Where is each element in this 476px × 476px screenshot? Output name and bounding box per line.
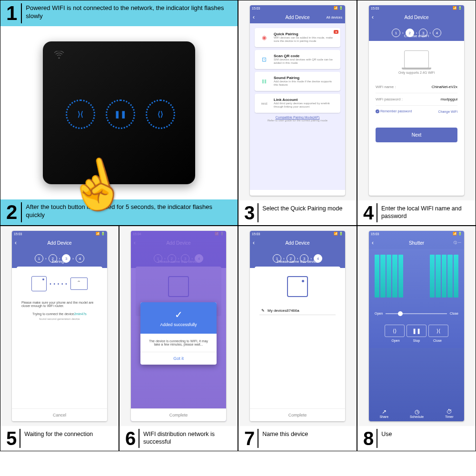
shutter-title: Shutter xyxy=(409,240,424,246)
pencil-icon: ✎ xyxy=(261,308,265,313)
share-button[interactable]: ↗Share xyxy=(379,408,388,418)
open-button[interactable]: ⟨⟩ xyxy=(385,325,405,337)
step-number-5: 5 xyxy=(6,429,17,448)
compatible-mode-link[interactable]: Compatible Pairing Mode(AP) xyxy=(255,116,340,119)
step6-text: WIFI distribution network is successful xyxy=(143,429,232,446)
next-button[interactable]: Next xyxy=(376,128,457,142)
connecting-dots-icon: • • • • • xyxy=(50,281,68,287)
pairing-label: Pairing... xyxy=(12,259,107,267)
position-slider[interactable] xyxy=(386,313,447,314)
stop-button[interactable]: ❚❚ xyxy=(407,325,426,337)
open-touch-button[interactable]: ⟨⟩ xyxy=(146,99,172,126)
remember-checkbox[interactable]: ✓ Remember password xyxy=(376,109,412,113)
info-icon[interactable]: ⓘ ⋯ xyxy=(454,240,461,245)
appbar-title: Add Device xyxy=(285,15,309,20)
change-wifi-link[interactable]: Change WiFi xyxy=(438,110,457,113)
clock-icon: ◷ xyxy=(410,408,424,415)
step8-text: Use xyxy=(381,429,392,438)
wifi-password-field[interactable]: WiFi password : mudpggui xyxy=(376,93,457,106)
step3-text: Select the Quick Pairing mode xyxy=(262,203,342,212)
back-icon[interactable]: ‹ xyxy=(372,239,374,246)
qr-icon: ⊡ xyxy=(258,54,270,65)
pairing-note: Please make sure your phone and the mode… xyxy=(21,301,98,307)
back-icon[interactable]: ‹ xyxy=(253,239,255,246)
sound-icon: ⦀⦀ xyxy=(258,76,270,87)
step-number-7: 7 xyxy=(244,429,255,448)
back-icon[interactable]: ‹ xyxy=(253,14,255,20)
step1-banner: 1 Powered WIFI is not connected to the n… xyxy=(0,0,238,26)
device-name-input[interactable]: ✎ My devices87466a xyxy=(259,307,336,315)
router-icon xyxy=(404,50,429,68)
found-device-text: found second generation device xyxy=(21,317,98,320)
share-icon: ↗ xyxy=(379,408,388,415)
choose-wifi-label: Choose a WiFi xyxy=(369,34,464,41)
curtain-illustration xyxy=(375,255,458,302)
device-icon xyxy=(31,276,47,291)
wifi-icon xyxy=(54,51,64,61)
camera-icon: ◉ xyxy=(258,32,270,43)
phone-screenshot-success: 15:04📶 🔋 ‹Add Device 1› 2› 3› 4 Please n… xyxy=(131,231,226,421)
device-icon xyxy=(287,276,308,297)
wifi-support-note: Only supports 2.4G WiFi xyxy=(376,71,457,74)
step-number-3: 3 xyxy=(244,203,255,222)
schedule-button[interactable]: ◷Schedule xyxy=(410,408,424,418)
got-it-button[interactable]: Got it xyxy=(140,352,217,365)
step4-text: Enter the local WIFI name and password xyxy=(381,203,470,220)
refer-note: Refer to user guide for the correct pair… xyxy=(255,119,340,122)
timer-icon: ⏱ xyxy=(445,408,454,415)
step5-text: Waiting for the connection xyxy=(24,429,93,438)
timer-button[interactable]: ⏱Timer xyxy=(445,408,454,418)
back-icon[interactable]: ‹ xyxy=(372,14,374,20)
phone-screenshot-pairing: 15:03📶 🔋 ‹Add Device 1› 2› 3› 4 Pairing.… xyxy=(12,231,107,421)
nest-icon: nest xyxy=(258,98,270,109)
router-icon: ⌢ xyxy=(70,278,88,290)
all-devices-link[interactable]: All devices xyxy=(327,16,342,19)
cancel-button[interactable]: Cancel xyxy=(12,408,107,421)
card-scan-qr[interactable]: ⊡ Scan QR codeSIM devices and devices wi… xyxy=(255,50,340,69)
open-label: Open xyxy=(375,312,383,315)
close-button[interactable]: ⟩⟨ xyxy=(428,325,448,337)
step-number-1: 1 xyxy=(6,3,17,23)
complete-button[interactable]: Complete xyxy=(250,408,345,421)
card-sound-pairing[interactable]: ⦀⦀ Sound PairingAdd device in this mode … xyxy=(255,72,340,91)
close-touch-button[interactable]: ⟩⟨ xyxy=(66,99,92,126)
dialog-title: Added successfully xyxy=(147,322,210,327)
wifi-name-field[interactable]: WiFi name : ChinaNet-eV2x xyxy=(376,81,457,93)
card-link-account[interactable]: nest Link AccountAdd third party devices… xyxy=(255,94,340,113)
pause-touch-button[interactable]: ❚❚ xyxy=(106,99,132,126)
card-quick-pairing[interactable]: ● ◉ Quick PairingWiFi devices can be add… xyxy=(255,28,340,47)
step7-text: Name this device xyxy=(262,429,308,438)
name-device-label: Please name this device xyxy=(250,259,345,267)
back-icon[interactable]: ‹ xyxy=(15,239,17,246)
phone-screenshot-name: 15:03📶 🔋 ‹Add Device 1› 2› 3› 4 Please n… xyxy=(250,231,345,421)
step-number-2: 2 xyxy=(6,202,17,222)
phone-screenshot-wifi: 15:03📶 🔋 ‹Add Device 1› 2› 3› 4 Choose a… xyxy=(369,5,464,196)
phone-screenshot-shutter: 15:03📶 🔋 ‹ Shutter ⓘ ⋯ Open Close xyxy=(369,231,464,421)
step-number-8: 8 xyxy=(363,429,374,448)
step1-text: Powered WIFI is not connected to the net… xyxy=(26,3,232,20)
dialog-body-text: The device is connecting to WIFI, it may… xyxy=(140,334,217,352)
phone-screenshot-pairing-modes: 15:03📶 🔋 ‹ Add Device All devices ● ◉ Qu… xyxy=(250,5,345,196)
checkmark-icon: ✓ xyxy=(147,309,210,320)
step-number-4: 4 xyxy=(363,203,374,222)
recommended-badge: ● xyxy=(334,30,338,34)
success-dialog: ✓ Added successfully The device is conne… xyxy=(140,302,217,365)
step-number-6: 6 xyxy=(125,429,136,448)
trying-connect-text: Trying to connect the device2min47s xyxy=(21,312,98,316)
close-label: Close xyxy=(450,312,458,315)
complete-button[interactable]: Complete xyxy=(131,408,226,421)
wifi-switch-device: ⟩⟨ ❚❚ ⟨⟩ ☝ xyxy=(43,41,195,184)
